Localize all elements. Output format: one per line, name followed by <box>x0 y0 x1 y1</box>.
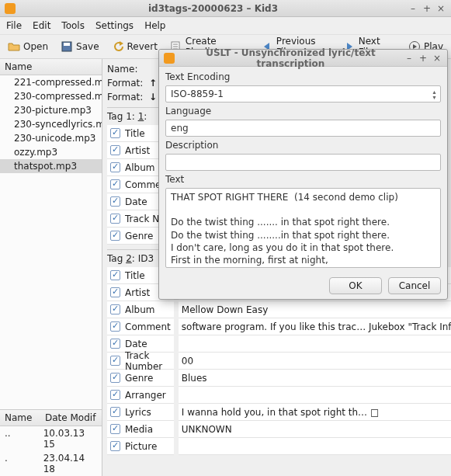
revert-label: Revert <box>127 41 158 52</box>
checkbox-icon[interactable] <box>110 356 120 366</box>
file-pane: Name 221-compressed.mp3 230-compressed.m… <box>0 59 102 476</box>
tag2-row[interactable]: Genre <box>107 370 174 387</box>
save-icon <box>61 40 73 53</box>
checkbox-icon[interactable] <box>110 407 120 417</box>
svg-rect-1 <box>64 43 70 46</box>
file-item[interactable]: 230-unicode.mp3 <box>0 131 102 145</box>
description-input[interactable] <box>165 154 441 171</box>
checkbox-icon[interactable] <box>110 179 120 189</box>
checkbox-icon[interactable] <box>110 145 120 155</box>
name-label: Name: <box>107 64 144 75</box>
checkbox-icon[interactable] <box>110 321 120 332</box>
lyrics-textarea[interactable] <box>165 188 441 268</box>
encoding-label: Text Encoding <box>165 71 441 82</box>
tag1-heading: Tag 1: 1: <box>107 111 147 122</box>
dir-list[interactable]: .. 10.03.13 15 . 23.04.14 18 <box>0 426 102 476</box>
close-icon[interactable]: × <box>435 3 446 14</box>
tag2-value[interactable] <box>179 438 451 455</box>
window-title: id3tags-20000623 – Kid3 <box>22 3 404 14</box>
dialog-footer: OK Cancel <box>159 273 447 299</box>
arrow-down-icon[interactable]: ↓ <box>149 92 157 102</box>
dir-col-name[interactable]: Name <box>0 410 40 426</box>
language-label: Language <box>165 106 441 116</box>
tag2-value[interactable]: Mellow Down Easy <box>179 301 451 318</box>
checkbox-icon[interactable] <box>110 287 120 297</box>
revert-icon <box>112 40 124 53</box>
dir-row[interactable]: . 23.04.14 18 <box>0 451 102 476</box>
checkbox-icon[interactable] <box>110 162 120 172</box>
tag2-row[interactable]: Arranger <box>107 387 174 404</box>
tag2-value[interactable] <box>179 387 451 404</box>
tag2-row[interactable]: Comment <box>107 318 174 335</box>
file-list-header[interactable]: Name <box>0 59 102 75</box>
menubar: File Edit Tools Settings Help <box>0 17 451 34</box>
revert-button[interactable]: Revert <box>107 38 162 55</box>
open-button[interactable]: Open <box>3 38 53 55</box>
dir-col-date[interactable]: Date Modif <box>40 410 100 426</box>
checkbox-icon[interactable] <box>110 128 120 138</box>
arrow-up-icon[interactable]: ↑ <box>149 78 157 89</box>
file-item[interactable]: thatspot.mp3 <box>0 159 102 173</box>
save-button[interactable]: Save <box>56 38 103 55</box>
file-item[interactable]: 230-syncedlyrics.mp3 <box>0 117 102 131</box>
file-item[interactable]: 230-picture.mp3 <box>0 103 102 117</box>
dialog-title: USLT - Unsynchronized lyric/text transcr… <box>181 47 401 69</box>
tag2-value[interactable]: Blues <box>179 370 451 387</box>
main-titlebar: id3tags-20000623 – Kid3 – + × <box>0 0 451 17</box>
dialog-close-icon[interactable]: × <box>432 53 442 64</box>
cancel-button[interactable]: Cancel <box>388 277 441 294</box>
ok-button[interactable]: OK <box>329 277 382 294</box>
dir-name: . <box>5 453 43 474</box>
checkbox-icon[interactable] <box>110 231 120 241</box>
dialog-minimize-icon[interactable]: – <box>404 53 415 64</box>
checkbox-icon[interactable] <box>110 424 120 434</box>
dir-row[interactable]: .. 10.03.13 15 <box>0 426 102 451</box>
checkbox-icon[interactable] <box>110 390 120 400</box>
checkbox-icon[interactable] <box>110 304 120 314</box>
checkbox-icon[interactable] <box>110 441 120 451</box>
tag2-value[interactable]: UNKNOWN <box>179 421 451 438</box>
checkbox-icon[interactable] <box>110 373 120 383</box>
tag2-value[interactable]: 00 <box>179 353 451 370</box>
dialog-titlebar: USLT - Unsynchronized lyric/text transcr… <box>159 50 447 67</box>
menu-settings[interactable]: Settings <box>95 20 134 31</box>
dir-date: 23.04.14 18 <box>43 453 97 474</box>
tag2-value[interactable] <box>179 335 451 353</box>
tag2-row[interactable]: Album <box>107 301 174 318</box>
tag2-row[interactable]: Lyrics <box>107 404 174 421</box>
tag2-heading: Tag 2: ID3 <box>107 253 154 264</box>
description-label: Description <box>165 140 441 151</box>
language-input[interactable] <box>165 120 441 137</box>
menu-file[interactable]: File <box>6 20 22 31</box>
checkbox-icon[interactable] <box>110 270 120 280</box>
dialog-maximize-icon[interactable]: + <box>418 53 428 64</box>
checkbox-icon[interactable] <box>110 339 120 349</box>
dialog-app-icon <box>164 53 175 64</box>
tag2-row[interactable]: Media <box>107 421 174 438</box>
checkbox-icon[interactable] <box>110 214 120 224</box>
encoding-select[interactable] <box>165 85 441 102</box>
format-up-label: Format: <box>107 78 144 89</box>
text-label: Text <box>165 174 441 185</box>
dir-name: .. <box>5 428 43 450</box>
open-label: Open <box>23 41 48 52</box>
menu-edit[interactable]: Edit <box>33 20 50 31</box>
menu-help[interactable]: Help <box>144 20 165 31</box>
app-icon <box>5 3 16 14</box>
file-list[interactable]: 221-compressed.mp3 230-compressed.mp3 23… <box>0 75 102 242</box>
open-icon <box>8 40 20 53</box>
tag2-value[interactable]: software program. If you like this trac…… <box>179 318 451 335</box>
save-label: Save <box>76 41 99 52</box>
checkbox-icon[interactable] <box>110 196 120 207</box>
dir-date: 10.03.13 15 <box>43 428 97 450</box>
dir-list-header: Name Date Modif <box>0 409 102 426</box>
file-item[interactable]: ozzy.mp3 <box>0 145 102 159</box>
menu-tools[interactable]: Tools <box>61 20 85 31</box>
minimize-icon[interactable]: – <box>408 3 418 14</box>
file-item[interactable]: 221-compressed.mp3 <box>0 75 102 89</box>
tag2-row[interactable]: Track Number <box>107 353 174 370</box>
tag2-row[interactable]: Picture <box>107 438 174 455</box>
tag2-value[interactable]: I wanna hold you, in that spot right th…… <box>179 404 451 421</box>
file-item[interactable]: 230-compressed.mp3 <box>0 89 102 103</box>
maximize-icon[interactable]: + <box>422 3 432 14</box>
